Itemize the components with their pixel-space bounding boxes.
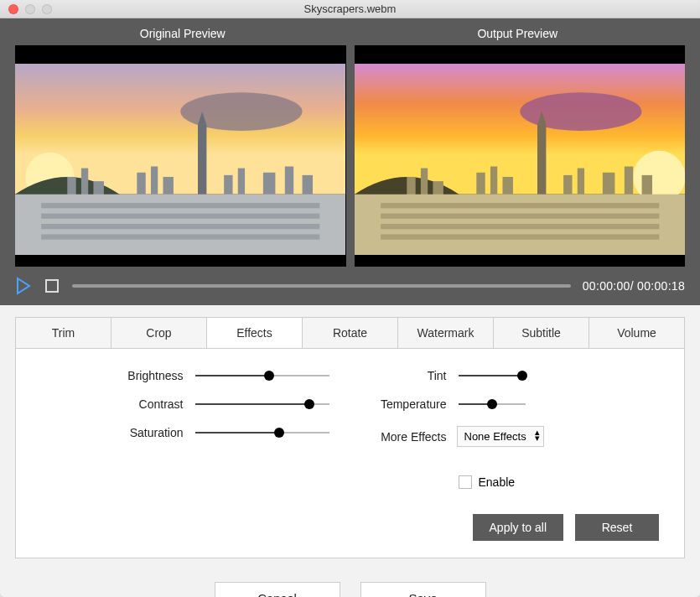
svg-rect-18 [41,214,319,219]
original-preview-label: Original Preview [15,27,350,45]
tab-rotate[interactable]: Rotate [303,318,398,348]
contrast-slider[interactable] [195,402,329,407]
svg-rect-40 [381,224,659,229]
enable-checkbox[interactable] [459,475,472,489]
svg-rect-39 [381,214,659,219]
playback-controls: 00:00:00/ 00:00:18 [15,277,685,295]
original-preview [15,45,346,267]
more-effects-select[interactable]: None Effects ▴▾ [457,426,544,447]
svg-marker-42 [18,278,29,293]
tint-slider[interactable] [459,373,526,378]
svg-rect-38 [381,203,659,208]
tab-effects[interactable]: Effects [207,318,303,348]
svg-rect-17 [41,203,319,208]
tab-bar: Trim Crop Effects Rotate Watermark Subti… [15,317,685,349]
play-button[interactable] [15,277,32,295]
saturation-slider[interactable] [195,430,329,435]
output-preview [355,45,686,267]
saturation-label: Saturation [108,426,184,439]
current-time: 00:00:00 [583,279,630,293]
window-title: Skyscrapers.webm [0,3,700,15]
updown-icon: ▴▾ [535,429,540,441]
svg-rect-41 [381,234,659,239]
app-window: Skyscrapers.webm Original Preview Output… [0,0,700,597]
enable-label: Enable [479,475,516,489]
reset-button[interactable]: Reset [575,514,659,541]
tab-crop[interactable]: Crop [111,318,207,348]
output-preview-image [355,64,685,255]
duration: 00:00:18 [637,279,685,293]
tab-watermark[interactable]: Watermark [398,318,494,348]
svg-rect-3 [198,125,206,199]
tint-label: Tint [371,369,447,382]
save-button[interactable]: Save [360,582,486,597]
apply-to-all-button[interactable]: Apply to all [473,514,563,541]
cancel-button[interactable]: Cancel [215,582,340,597]
temperature-slider[interactable] [459,402,526,407]
editor-panel: Trim Crop Effects Rotate Watermark Subti… [0,305,700,567]
effects-panel: Brightness Contrast Saturation [15,349,685,558]
svg-rect-20 [41,234,319,239]
tab-subtitle[interactable]: Subtitle [494,318,589,348]
preview-area: Original Preview Output Preview [0,18,700,305]
footer-buttons: Cancel Save [0,567,700,597]
stop-button[interactable] [44,278,60,294]
output-preview-label: Output Preview [350,27,686,45]
svg-rect-24 [537,125,546,199]
titlebar: Skyscrapers.webm [0,0,700,18]
contrast-label: Contrast [108,397,184,411]
brightness-label: Brightness [108,369,184,382]
playback-time: 00:00:00/ 00:00:18 [583,279,685,293]
svg-rect-19 [41,224,319,229]
original-preview-image [15,64,345,255]
temperature-label: Temperature [371,397,447,411]
tab-volume[interactable]: Volume [589,318,684,348]
tab-trim[interactable]: Trim [16,318,111,348]
svg-rect-43 [46,280,58,292]
more-effects-label: More Effects [371,430,447,444]
brightness-slider[interactable] [195,373,329,378]
timeline-slider[interactable] [72,284,571,288]
